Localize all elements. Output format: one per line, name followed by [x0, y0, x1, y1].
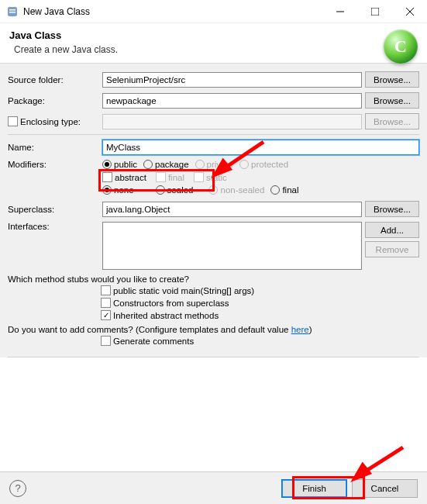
interfaces-label: Interfaces:: [8, 222, 99, 231]
separator: [8, 357, 419, 357]
svg-rect-4: [371, 8, 379, 16]
dialog-header: Java Class Create a new Java class. C: [0, 23, 427, 64]
superclass-input[interactable]: [102, 202, 362, 217]
enclosing-type-browse-button: Browse...: [365, 113, 419, 129]
modifier-private-radio: private: [195, 160, 234, 169]
help-button[interactable]: ?: [9, 480, 26, 497]
window-controls: [322, 0, 427, 23]
modifier-final-checkbox: final: [156, 172, 184, 182]
modifier-nonsealed-radio: non-sealed: [208, 185, 264, 195]
window-titlebar: New Java Class: [0, 0, 427, 23]
modifier-public-radio[interactable]: public: [102, 160, 137, 169]
source-folder-input[interactable]: [102, 72, 362, 88]
enclosing-type-label: Enclosing type:: [20, 117, 81, 126]
separator: [8, 134, 419, 135]
name-label: Name:: [8, 143, 99, 152]
modifier-none-radio[interactable]: none: [102, 185, 134, 195]
stub-inherited-checkbox[interactable]: Inherited abstract methods: [101, 310, 419, 320]
interfaces-add-button[interactable]: Add...: [365, 222, 419, 238]
modifier-protected-radio: protected: [239, 160, 288, 169]
generate-comments-checkbox[interactable]: Generate comments: [101, 336, 419, 346]
source-folder-browse-button[interactable]: Browse...: [365, 71, 419, 88]
modifier-abstract-checkbox[interactable]: abstract: [102, 172, 146, 182]
modifier-sealed-radio[interactable]: sealed: [156, 185, 194, 195]
class-icon: C: [384, 29, 418, 64]
checkbox-icon: [8, 116, 18, 126]
package-input[interactable]: [102, 93, 362, 109]
close-button[interactable]: [392, 0, 427, 23]
modifier-static-checkbox: static: [194, 172, 227, 182]
name-input[interactable]: [102, 140, 419, 155]
comments-question: Do you want to add comments? (Configure …: [8, 325, 419, 334]
button-bar: ? Finish Cancel: [0, 471, 427, 504]
maximize-button[interactable]: [357, 0, 392, 23]
finish-button[interactable]: Finish: [281, 479, 347, 498]
minimize-button[interactable]: [322, 0, 357, 23]
enclosing-type-input: [102, 114, 362, 129]
window-title: New Java Class: [23, 6, 322, 17]
svg-line-9: [363, 447, 403, 473]
page-title: Java Class: [9, 29, 418, 41]
page-subtitle: Create a new Java class.: [9, 44, 418, 55]
configure-templates-link[interactable]: here: [291, 325, 309, 334]
package-label: Package:: [8, 96, 99, 105]
modifier-final2-radio[interactable]: final: [270, 185, 298, 195]
package-browse-button[interactable]: Browse...: [365, 92, 419, 109]
modifier-package-radio[interactable]: package: [143, 160, 188, 169]
interfaces-remove-button: Remove: [365, 241, 419, 257]
stub-main-checkbox[interactable]: public static void main(String[] args): [101, 285, 419, 295]
enclosing-type-checkbox[interactable]: Enclosing type:: [8, 116, 99, 126]
interfaces-list[interactable]: [102, 222, 362, 270]
source-folder-label: Source folder:: [8, 75, 99, 85]
stub-constructors-checkbox[interactable]: Constructors from superclass: [101, 298, 419, 308]
wizard-icon: [6, 5, 19, 18]
svg-rect-1: [9, 9, 15, 11]
svg-rect-2: [9, 12, 15, 13]
method-stubs-question: Which method stubs would you like to cre…: [8, 274, 419, 284]
form-body: Source folder: Browse... Package: Browse…: [0, 64, 427, 357]
modifiers-label: Modifiers:: [8, 160, 99, 169]
superclass-label: Superclass:: [8, 205, 99, 214]
cancel-button[interactable]: Cancel: [352, 479, 418, 498]
superclass-browse-button[interactable]: Browse...: [365, 201, 419, 217]
